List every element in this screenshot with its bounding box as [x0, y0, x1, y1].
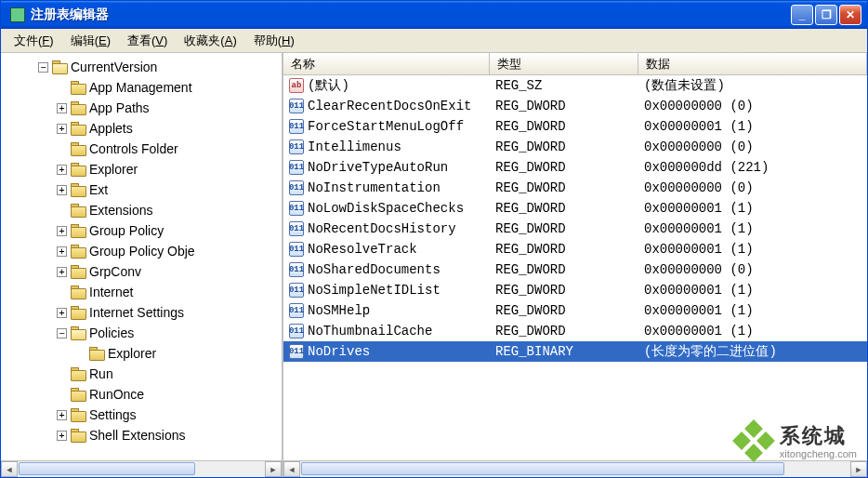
- list-row[interactable]: 011ForceStartMenuLogOffREG_DWORD0x000000…: [283, 116, 867, 137]
- value-name: NoDriveTypeAutoRun: [308, 157, 448, 178]
- expand-icon[interactable]: +: [57, 165, 67, 175]
- value-data: 0x00000001 (1): [638, 198, 867, 219]
- tree-item-label: Ext: [89, 180, 108, 199]
- value-name: NoInstrumentation: [308, 178, 441, 198]
- tree-item[interactable]: Internet: [1, 282, 282, 302]
- scroll-track[interactable]: [300, 461, 850, 477]
- value-name: NoDrives: [308, 341, 370, 362]
- tree-item[interactable]: +GrpConv: [1, 261, 282, 282]
- collapse-icon[interactable]: −: [57, 328, 67, 339]
- tree-item-label: Run: [89, 365, 113, 383]
- tree-item[interactable]: +Settings: [1, 405, 282, 425]
- expand-icon[interactable]: +: [57, 431, 67, 441]
- binary-value-icon: 011: [289, 303, 304, 318]
- column-header-name[interactable]: 名称: [283, 53, 490, 74]
- menu-收藏夹[interactable]: 收藏夹(A): [177, 30, 243, 52]
- tree-item[interactable]: Run: [1, 364, 282, 384]
- scroll-left-icon[interactable]: ◄: [283, 461, 300, 477]
- scroll-thumb[interactable]: [301, 462, 784, 475]
- list-view[interactable]: ab(默认)REG_SZ(数值未设置)011ClearRecentDocsOnE…: [283, 75, 867, 460]
- tree-item[interactable]: App Management: [1, 77, 282, 98]
- tree-item[interactable]: +Internet Settings: [1, 302, 282, 323]
- list-horizontal-scrollbar[interactable]: ◄ ►: [283, 460, 867, 477]
- folder-icon: [71, 245, 85, 258]
- folder-icon: [71, 408, 85, 421]
- tree-item[interactable]: Extensions: [1, 200, 282, 220]
- tree-item-label: Controls Folder: [89, 139, 178, 158]
- folder-icon: [71, 285, 85, 299]
- collapse-icon[interactable]: −: [38, 62, 48, 73]
- list-header: 名称 类型 数据: [283, 53, 867, 75]
- expand-icon[interactable]: +: [57, 124, 67, 134]
- scroll-track[interactable]: [18, 461, 265, 477]
- list-row[interactable]: 011NoThumbnailCacheREG_DWORD0x00000001 (…: [283, 321, 867, 341]
- column-header-type[interactable]: 类型: [490, 53, 638, 74]
- list-row[interactable]: 011ClearRecentDocsOnExitREG_DWORD0x00000…: [283, 96, 867, 116]
- expand-icon[interactable]: +: [57, 185, 67, 195]
- tree-item[interactable]: RunOnce: [1, 384, 282, 405]
- value-name: NoRecentDocsHistory: [308, 219, 456, 239]
- column-header-data[interactable]: 数据: [638, 53, 867, 74]
- folder-icon: [71, 142, 85, 155]
- value-name: ClearRecentDocsOnExit: [308, 96, 471, 116]
- value-type: REG_SZ: [490, 75, 638, 96]
- binary-value-icon: 011: [289, 262, 304, 277]
- list-row[interactable]: 011NoDrivesREG_BINARY(长度为零的二进位值): [283, 341, 867, 362]
- menu-查看[interactable]: 查看(V): [120, 30, 175, 52]
- list-row[interactable]: 011NoResolveTrackREG_DWORD0x00000001 (1): [283, 239, 867, 259]
- tree-item[interactable]: −Policies: [1, 323, 282, 343]
- expand-icon[interactable]: +: [57, 410, 67, 420]
- expand-icon[interactable]: +: [57, 246, 67, 257]
- tree-item[interactable]: Controls Folder: [1, 139, 282, 159]
- value-type: REG_DWORD: [490, 116, 638, 137]
- scroll-right-icon[interactable]: ►: [265, 461, 282, 477]
- value-type: REG_DWORD: [490, 137, 638, 157]
- value-data: 0x00000000 (0): [638, 178, 867, 198]
- folder-icon: [71, 101, 85, 114]
- tree-item[interactable]: +Group Policy Obje: [1, 241, 282, 261]
- expand-icon[interactable]: +: [57, 103, 67, 113]
- value-data: 0x00000001 (1): [638, 321, 867, 341]
- list-row[interactable]: 011NoRecentDocsHistoryREG_DWORD0x0000000…: [283, 219, 867, 239]
- scroll-thumb[interactable]: [19, 462, 195, 475]
- close-button[interactable]: ✕: [839, 5, 861, 25]
- menu-帮助[interactable]: 帮助(H): [246, 30, 302, 52]
- tree-item[interactable]: Explorer: [1, 343, 282, 364]
- folder-icon: [71, 224, 85, 237]
- minimize-button[interactable]: _: [791, 5, 813, 25]
- expand-icon[interactable]: +: [57, 308, 67, 318]
- scroll-left-icon[interactable]: ◄: [1, 461, 18, 477]
- menu-编辑[interactable]: 编辑(E): [63, 30, 118, 52]
- tree-item-label: Policies: [89, 324, 134, 342]
- list-row[interactable]: 011NoSharedDocumentsREG_DWORD0x00000000 …: [283, 259, 867, 280]
- value-data: 0x00000000 (0): [638, 137, 867, 157]
- tree-item[interactable]: −CurrentVersion: [1, 57, 282, 77]
- expand-icon[interactable]: +: [57, 226, 67, 236]
- titlebar[interactable]: 注册表编辑器 _ ❐ ✕: [1, 1, 867, 29]
- tree-item[interactable]: +Group Policy: [1, 220, 282, 241]
- registry-editor-window: 注册表编辑器 _ ❐ ✕ 文件(F)编辑(E)查看(V)收藏夹(A)帮助(H) …: [0, 0, 868, 478]
- list-row[interactable]: 011NoSimpleNetIDListREG_DWORD0x00000001 …: [283, 280, 867, 300]
- scroll-right-icon[interactable]: ►: [850, 461, 867, 477]
- tree-item[interactable]: +Applets: [1, 118, 282, 139]
- tree-item[interactable]: +Explorer: [1, 159, 282, 179]
- expand-icon[interactable]: +: [57, 267, 67, 277]
- maximize-button[interactable]: ❐: [815, 5, 837, 25]
- tree-horizontal-scrollbar[interactable]: ◄ ►: [1, 460, 282, 477]
- list-row[interactable]: 011NoSMHelpREG_DWORD0x00000001 (1): [283, 300, 867, 321]
- tree-item[interactable]: +Ext: [1, 179, 282, 200]
- binary-value-icon: 011: [289, 139, 304, 154]
- list-row[interactable]: 011IntellimenusREG_DWORD0x00000000 (0): [283, 137, 867, 157]
- menu-文件[interactable]: 文件(F): [7, 30, 61, 52]
- list-row[interactable]: ab(默认)REG_SZ(数值未设置): [283, 75, 867, 96]
- tree-view[interactable]: −CurrentVersionApp Management+App Paths+…: [1, 53, 282, 460]
- binary-value-icon: 011: [289, 160, 304, 175]
- list-row[interactable]: 011NoDriveTypeAutoRunREG_DWORD0x000000dd…: [283, 157, 867, 178]
- value-type: REG_DWORD: [490, 239, 638, 259]
- list-row[interactable]: 011NoInstrumentationREG_DWORD0x00000000 …: [283, 178, 867, 198]
- tree-item[interactable]: +Shell Extensions: [1, 425, 282, 445]
- tree-item[interactable]: +App Paths: [1, 98, 282, 118]
- list-row[interactable]: 011NoLowDiskSpaceChecksREG_DWORD0x000000…: [283, 198, 867, 219]
- folder-icon: [71, 326, 85, 339]
- tree-item-label: Group Policy: [89, 221, 164, 240]
